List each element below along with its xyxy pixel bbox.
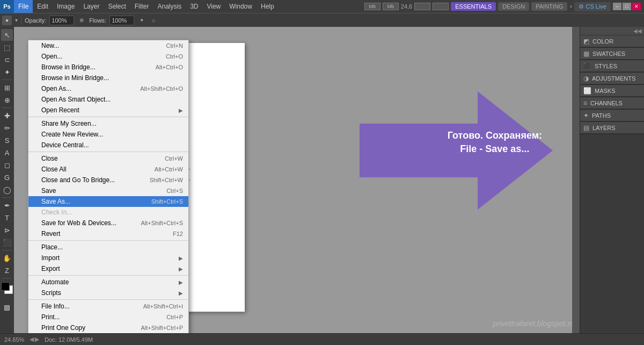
menu-analysis[interactable]: Analysis — [153, 0, 186, 13]
panel-header-styles[interactable]: ⬛ STYLES — [580, 60, 644, 72]
airbrush-icon[interactable]: ○ — [149, 16, 158, 25]
menu-image[interactable]: Image — [53, 0, 79, 13]
brush-size-arrow[interactable]: ▾ — [15, 17, 18, 23]
tool-type[interactable]: T — [1, 212, 13, 224]
workspace-essentials[interactable]: ESSENTIALS — [451, 2, 496, 11]
tool-dodge[interactable]: ◯ — [1, 184, 13, 196]
doc-info: Doc: 12.0M/5.49M — [45, 336, 93, 343]
menu-select[interactable]: Select — [104, 0, 130, 13]
menu-view[interactable]: View — [202, 0, 225, 13]
tool-clone[interactable]: S — [1, 134, 13, 146]
panel-group-paths: ✦ PATHS — [580, 110, 644, 122]
menu-place[interactable]: Place... — [28, 242, 188, 253]
tool-pen[interactable]: ✒ — [1, 199, 13, 211]
brush-icon: ● — [2, 16, 12, 25]
menu-print-one[interactable]: Print One Copy Alt+Shift+Ctrl+P — [28, 322, 188, 333]
menu-automate[interactable]: Automate ▶ — [28, 277, 188, 288]
menu-save-web[interactable]: Save for Web & Devices... Alt+Shift+Ctrl… — [28, 218, 188, 228]
tool-history-brush[interactable]: A — [1, 147, 13, 159]
menu-open-recent[interactable]: Open Recent ▶ — [28, 105, 188, 116]
menu-close-all[interactable]: Close All Alt+Ctrl+W — [28, 164, 188, 175]
tool-heal[interactable]: ✚ — [1, 110, 13, 121]
menu-device-central[interactable]: Device Central... — [28, 140, 188, 150]
menu-print[interactable]: Print... Ctrl+P — [28, 312, 188, 322]
menu-open-as[interactable]: Open As... Alt+Shift+Ctrl+O — [28, 83, 188, 94]
menu-edit[interactable]: Edit — [33, 0, 53, 13]
tool-eyedropper[interactable]: ⊕ — [1, 94, 13, 106]
toolbar-separator3 — [2, 197, 12, 198]
menu-bar: Ps File Edit Image Layer Select Filter A… — [0, 0, 644, 13]
swatches-panel-label: SWATCHES — [592, 51, 625, 57]
panel-header-masks[interactable]: ⬜ MASKS — [580, 85, 644, 97]
panel-header-adjustments[interactable]: ◑ ADJUSTMENTS — [580, 73, 644, 84]
workspace-design[interactable]: DESIGN — [498, 2, 529, 11]
workspace-painting[interactable]: PAINTING — [531, 2, 567, 11]
more-workspaces-icon[interactable]: » — [569, 4, 572, 9]
maximize-button[interactable]: □ — [623, 3, 631, 10]
menu-help[interactable]: Help — [257, 0, 279, 13]
menu-separator2 — [28, 152, 188, 152]
panel-header-swatches[interactable]: ▦ SWATCHES — [580, 48, 644, 60]
menu-separator3 — [28, 240, 188, 241]
nav-right-arrow[interactable]: ▶ — [35, 336, 39, 343]
menu-separator — [28, 117, 188, 117]
close-button[interactable]: ✕ — [632, 3, 641, 10]
color-panel-icon: ◩ — [583, 38, 589, 45]
menu-save-as[interactable]: Save As... Shift+Ctrl+S — [28, 196, 188, 207]
panel-header-channels[interactable]: ≡ CHANNELS — [580, 97, 644, 109]
tool-eraser[interactable]: ◻ — [1, 159, 13, 171]
menu-window[interactable]: Window — [225, 0, 257, 13]
vertical-scrollbar[interactable] — [572, 27, 580, 333]
menu-file[interactable]: File — [14, 0, 33, 13]
nav-left-arrow[interactable]: ◀ — [30, 336, 34, 343]
menu-import[interactable]: Import ▶ — [28, 253, 188, 263]
menu-filter[interactable]: Filter — [130, 0, 153, 13]
minimize-button[interactable]: – — [613, 3, 621, 10]
tool-path-select[interactable]: ⊳ — [1, 224, 13, 236]
tool-magic-wand[interactable]: ✦ — [1, 66, 13, 78]
tool-zoom[interactable]: Z — [1, 264, 13, 276]
menu-revert[interactable]: Revert F12 — [28, 228, 188, 239]
tool-hand[interactable]: ✋ — [1, 252, 13, 264]
menu-share-screen[interactable]: Share My Screen... — [28, 118, 188, 129]
tool-gradient[interactable]: G — [1, 171, 13, 183]
menu-save[interactable]: Save Ctrl+S — [28, 185, 188, 196]
tool-shape[interactable]: ⬛ — [1, 236, 13, 248]
menu-scripts[interactable]: Scripts ▶ — [28, 288, 188, 298]
tool-marquee[interactable]: ⬚ — [1, 41, 13, 53]
arrow-annotation: Готово. Сохраняем: File - Save as... — [448, 129, 542, 156]
export-arrow: ▶ — [179, 266, 183, 272]
tool-brush[interactable]: ✏ — [1, 122, 13, 134]
menu-close[interactable]: Close Ctrl+W — [28, 153, 188, 164]
menu-layer[interactable]: Layer — [79, 0, 104, 13]
menu-browse-mini-bridge[interactable]: Browse in Mini Bridge... — [28, 73, 188, 83]
menu-new-review[interactable]: Create New Review... — [28, 129, 188, 140]
menu-file-info[interactable]: File Info... Alt+Shift+Ctrl+I — [28, 301, 188, 312]
panel-header-color[interactable]: ◩ COLOR — [580, 35, 644, 47]
menu-export[interactable]: Export ▶ — [28, 263, 188, 274]
tool-move[interactable]: ↖ — [1, 29, 13, 41]
menu-close-go-bridge[interactable]: Close and Go To Bridge... Shift+Ctrl+W — [28, 175, 188, 185]
tool-crop[interactable]: ⊞ — [1, 82, 13, 94]
panel-group-swatches: ▦ SWATCHES — [580, 48, 644, 60]
panel-header-layers[interactable]: ▤ LAYERS — [580, 122, 644, 134]
opacity-icon[interactable]: ⊕ — [77, 16, 86, 25]
menu-new[interactable]: New... Ctrl+N — [28, 40, 188, 51]
menu-browse-bridge[interactable]: Browse in Bridge... Alt+Ctrl+O — [28, 62, 188, 73]
menu-separator5 — [28, 299, 188, 300]
color-swatches[interactable] — [1, 282, 13, 294]
quick-mask[interactable] — [4, 305, 10, 311]
menu-3d[interactable]: 3D — [186, 0, 202, 13]
color-panel-label: COLOR — [592, 38, 613, 45]
menu-open[interactable]: Open... Ctrl+O — [28, 51, 188, 62]
opacity-input[interactable] — [49, 16, 74, 25]
foreground-color[interactable] — [1, 282, 10, 291]
tool-lasso[interactable]: ⊂ — [1, 54, 13, 66]
flow-icon[interactable]: ✦ — [137, 16, 146, 25]
panel-header-paths[interactable]: ✦ PATHS — [580, 110, 644, 121]
cs-live-button[interactable]: ⚙ CS Live — [574, 2, 611, 11]
flow-input[interactable] — [109, 16, 134, 25]
panel-collapse-toggle[interactable]: ◀◀ — [580, 27, 644, 35]
canvas-area: New... Ctrl+N Open... Ctrl+O Browse in B… — [14, 27, 580, 333]
menu-open-smart[interactable]: Open As Smart Object... — [28, 94, 188, 105]
